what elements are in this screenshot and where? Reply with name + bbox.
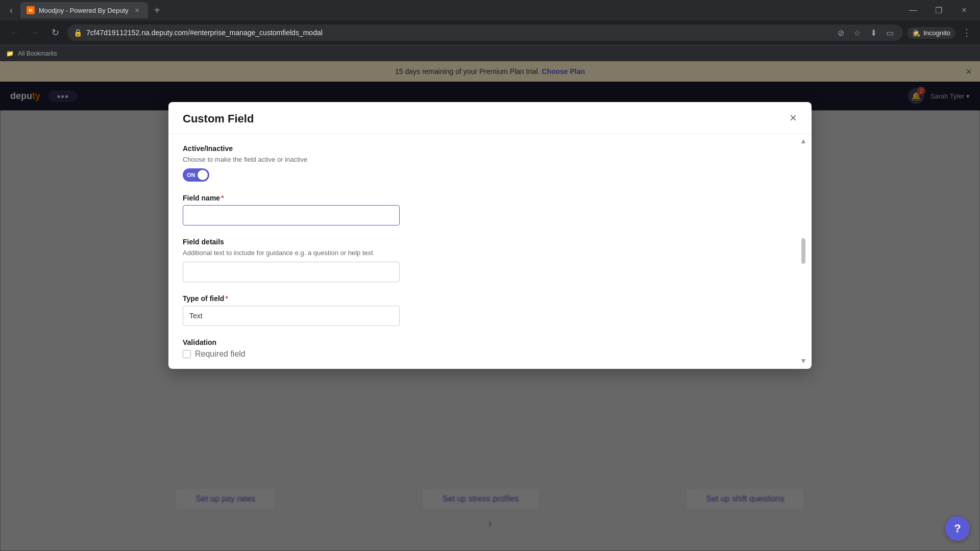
field-details-label: Field details <box>183 238 797 246</box>
type-of-field-label: Type of field* <box>183 294 797 303</box>
required-field-row: Required field <box>183 349 797 359</box>
new-tab-button[interactable]: + <box>150 3 164 17</box>
address-bar-row: ← → ↻ 🔒 7cf47d19112152.na.deputy.com/#en… <box>0 20 980 45</box>
custom-field-modal: Custom Field × Active/Inactive Choose to… <box>168 102 812 369</box>
bookmarks-folder-icon: 📁 <box>6 50 14 57</box>
active-toggle[interactable]: ON <box>183 168 209 182</box>
validation-section: Validation Required field <box>183 338 797 359</box>
lock-icon: 🔒 <box>74 29 82 37</box>
maximize-button[interactable]: ❐ <box>927 0 950 20</box>
modal-body: Active/Inactive Choose to make the field… <box>168 134 812 369</box>
reload-button[interactable]: ↻ <box>47 24 63 41</box>
tab-bar: ‹ M Moodjoy - Powered By Deputy × + — ❐ … <box>0 0 980 20</box>
toggle-on-text: ON <box>187 172 195 178</box>
forward-nav-button[interactable]: → <box>27 24 43 41</box>
tab-title: Moodjoy - Powered By Deputy <box>39 7 129 14</box>
back-nav-button[interactable]: ← <box>6 24 22 41</box>
close-window-button[interactable]: × <box>952 0 976 20</box>
field-name-required-star: * <box>221 194 224 202</box>
modal-close-button[interactable]: × <box>785 110 801 126</box>
bookmarks-label: All Bookmarks <box>18 50 57 57</box>
type-of-field-required-star: * <box>225 294 228 303</box>
active-inactive-label: Active/Inactive <box>183 144 797 153</box>
field-details-section: Field details Additional text to include… <box>183 238 797 282</box>
toggle-knob <box>198 170 208 180</box>
browser-chrome: ‹ M Moodjoy - Powered By Deputy × + — ❐ … <box>0 0 980 61</box>
incognito-icon: 🕵 <box>912 29 920 37</box>
incognito-label: Incognito <box>923 29 950 37</box>
tab-close-button[interactable]: × <box>133 6 142 15</box>
type-of-field-select[interactable]: Text <box>183 306 400 326</box>
field-name-section: Field name* <box>183 194 797 226</box>
tab-favicon: M <box>27 6 35 14</box>
active-inactive-section: Active/Inactive Choose to make the field… <box>183 144 797 182</box>
reader-mode-button[interactable]: ⊘ <box>834 26 848 40</box>
address-bar[interactable]: 🔒 7cf47d19112152.na.deputy.com/#enterpri… <box>67 24 903 41</box>
address-icons: ⊘ ☆ ⬇ ▭ <box>834 26 897 40</box>
scroll-up-button[interactable]: ▲ <box>800 137 807 145</box>
required-field-checkbox[interactable] <box>183 350 191 358</box>
active-inactive-desc: Choose to make the field active or inact… <box>183 156 797 163</box>
required-field-label: Required field <box>195 349 246 359</box>
tablet-mode-button[interactable]: ▭ <box>883 26 897 40</box>
window-controls: — ❐ × <box>901 0 976 20</box>
scrollbar-thumb <box>801 238 805 264</box>
minimize-button[interactable]: — <box>901 0 925 20</box>
field-name-input[interactable] <box>183 205 400 226</box>
field-details-desc: Additional text to include for guidance … <box>183 249 797 257</box>
bookmarks-bar: 📁 All Bookmarks <box>0 45 980 61</box>
bookmark-star-button[interactable]: ☆ <box>850 26 864 40</box>
address-text: 7cf47d19112152.na.deputy.com/#enterprise… <box>86 29 829 37</box>
type-of-field-section: Type of field* Text <box>183 294 797 326</box>
tab-nav-back-btn[interactable]: ‹ <box>4 3 18 17</box>
field-details-input[interactable] <box>183 262 400 282</box>
extensions-button[interactable]: ⋮ <box>960 26 974 40</box>
download-button[interactable]: ⬇ <box>866 26 880 40</box>
modal-title: Custom Field <box>183 112 254 126</box>
modal-header: Custom Field × <box>168 102 812 134</box>
modal-scroll-controls: ▲ ▼ <box>799 133 807 369</box>
browser-tab[interactable]: M Moodjoy - Powered By Deputy × <box>20 2 148 18</box>
help-button[interactable]: ? <box>945 516 970 541</box>
scroll-down-button[interactable]: ▼ <box>800 357 807 365</box>
validation-label: Validation <box>183 338 797 346</box>
field-name-label: Field name* <box>183 194 797 202</box>
type-of-field-value: Text <box>189 312 203 320</box>
toggle-container: ON <box>183 168 797 182</box>
incognito-badge: 🕵 Incognito <box>907 27 955 39</box>
